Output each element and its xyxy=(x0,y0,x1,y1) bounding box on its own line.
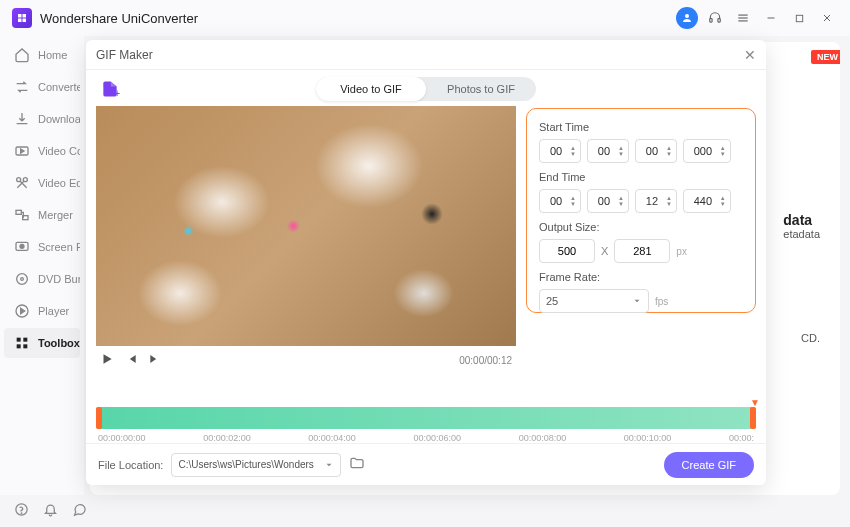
spin-down-icon[interactable]: ▼ xyxy=(666,201,672,207)
svg-rect-21 xyxy=(23,338,27,342)
output-size-label: Output Size: xyxy=(539,221,743,233)
sidebar-item-dvd-burner[interactable]: DVD Burner xyxy=(4,264,80,294)
spin-down-icon[interactable]: ▼ xyxy=(720,151,726,157)
spin-down-icon[interactable]: ▼ xyxy=(666,151,672,157)
play-time: 00:00/00:12 xyxy=(459,355,512,366)
open-folder-button[interactable] xyxy=(349,455,365,474)
preview-column: 00:00/00:12 xyxy=(96,106,516,403)
params-panel: Start Time ▲▼ ▲▼ ▲▼ ▲▼ End Time ▲▼ ▲▼ ▲▼… xyxy=(526,108,756,313)
svg-point-17 xyxy=(17,274,28,285)
tab-video-to-gif[interactable]: Video to GIF xyxy=(316,77,426,101)
sidebar-item-label: Converter xyxy=(38,81,80,93)
chevron-down-icon xyxy=(324,460,334,470)
video-preview[interactable] xyxy=(96,106,516,346)
sidebar-item-merger[interactable]: Merger xyxy=(4,200,80,230)
spin-down-icon[interactable]: ▼ xyxy=(570,201,576,207)
notification-icon[interactable] xyxy=(43,502,58,520)
timeline-ticks: 00:00:00:00 00:00:02:00 00:00:04:00 00:0… xyxy=(96,433,756,443)
timeline-track[interactable]: ▼ xyxy=(96,407,756,429)
start-minutes-input[interactable]: ▲▼ xyxy=(587,139,629,163)
end-hours-input[interactable]: ▲▼ xyxy=(539,189,581,213)
help-icon[interactable] xyxy=(14,502,29,520)
metadata-text: dataetadata xyxy=(783,212,820,240)
play-controls: 00:00/00:12 xyxy=(96,346,516,374)
output-height-input[interactable] xyxy=(614,239,670,263)
new-badge: NEW xyxy=(811,50,840,64)
add-file-button[interactable]: + xyxy=(96,76,124,102)
tick-label: 00:00: xyxy=(729,433,754,443)
end-minutes-input[interactable]: ▲▼ xyxy=(587,189,629,213)
svg-text:+: + xyxy=(114,88,120,99)
user-icon[interactable] xyxy=(676,7,698,29)
close-window-button[interactable] xyxy=(816,7,838,29)
svg-rect-7 xyxy=(796,15,802,21)
spin-down-icon[interactable]: ▼ xyxy=(618,151,624,157)
sidebar-item-converter[interactable]: Converter xyxy=(4,72,80,102)
sidebar-item-home[interactable]: Home xyxy=(4,40,80,70)
frame-rate-select[interactable]: 25 xyxy=(539,289,649,313)
sidebar-item-screen-recorder[interactable]: Screen Recorder xyxy=(4,232,80,262)
headset-icon[interactable] xyxy=(704,7,726,29)
statusbar xyxy=(0,495,850,527)
start-time-label: Start Time xyxy=(539,121,743,133)
output-unit: px xyxy=(676,246,687,257)
svg-rect-13 xyxy=(16,210,21,214)
tick-label: 00:00:00:00 xyxy=(98,433,146,443)
frame-rate-unit: fps xyxy=(655,296,668,307)
svg-point-18 xyxy=(21,278,24,281)
frame-rate-value: 25 xyxy=(546,295,632,307)
sidebar-item-label: Toolbox xyxy=(38,337,80,349)
file-location-label: File Location: xyxy=(98,459,163,471)
app-logo xyxy=(12,8,32,28)
timeline-start-handle[interactable] xyxy=(96,407,102,429)
maximize-button[interactable] xyxy=(788,7,810,29)
prev-frame-button[interactable] xyxy=(124,352,138,369)
end-ms-input[interactable]: ▲▼ xyxy=(683,189,731,213)
next-frame-button[interactable] xyxy=(148,352,162,369)
sidebar-item-player[interactable]: Player xyxy=(4,296,80,326)
start-ms-input[interactable]: ▲▼ xyxy=(683,139,731,163)
svg-rect-1 xyxy=(710,19,712,22)
tick-label: 00:00:02:00 xyxy=(203,433,251,443)
frame-rate-label: Frame Rate: xyxy=(539,271,743,283)
modal-header: GIF Maker ✕ xyxy=(86,40,766,70)
create-gif-button[interactable]: Create GIF xyxy=(664,452,754,478)
start-hours-input[interactable]: ▲▼ xyxy=(539,139,581,163)
sidebar-item-video-compressor[interactable]: Video Compressor xyxy=(4,136,80,166)
end-seconds-input[interactable]: ▲▼ xyxy=(635,189,677,213)
svg-point-0 xyxy=(685,14,689,18)
spin-down-icon[interactable]: ▼ xyxy=(618,201,624,207)
tab-photos-to-gif[interactable]: Photos to GIF xyxy=(426,77,536,101)
tick-label: 00:00:06:00 xyxy=(413,433,461,443)
start-seconds-input[interactable]: ▲▼ xyxy=(635,139,677,163)
cd-text: CD. xyxy=(801,332,820,344)
spin-down-icon[interactable]: ▼ xyxy=(720,201,726,207)
sidebar-item-video-editor[interactable]: Video Editor xyxy=(4,168,80,198)
spin-down-icon[interactable]: ▼ xyxy=(570,151,576,157)
gif-maker-modal: GIF Maker ✕ + Video to GIF Photos to GIF… xyxy=(86,40,766,485)
menu-icon[interactable] xyxy=(732,7,754,29)
minimize-button[interactable] xyxy=(760,7,782,29)
modal-close-button[interactable]: ✕ xyxy=(744,47,756,63)
file-location-select[interactable]: C:\Users\ws\Pictures\Wonders xyxy=(171,453,341,477)
svg-point-25 xyxy=(21,513,22,514)
sidebar-item-label: Player xyxy=(38,305,69,317)
play-button[interactable] xyxy=(100,352,114,369)
svg-point-16 xyxy=(20,244,24,248)
file-location-path: C:\Users\ws\Pictures\Wonders xyxy=(178,459,324,470)
tick-label: 00:00:10:00 xyxy=(624,433,672,443)
sidebar-item-label: DVD Burner xyxy=(38,273,80,285)
tab-segment: Video to GIF Photos to GIF xyxy=(316,77,536,101)
timeline-end-handle[interactable] xyxy=(750,407,756,429)
modal-footer: File Location: C:\Users\ws\Pictures\Wond… xyxy=(86,443,766,485)
svg-rect-2 xyxy=(718,19,720,22)
sidebar-item-downloader[interactable]: Downloader xyxy=(4,104,80,134)
output-width-input[interactable] xyxy=(539,239,595,263)
svg-rect-20 xyxy=(17,338,21,342)
end-time-label: End Time xyxy=(539,171,743,183)
sidebar-item-label: Video Editor xyxy=(38,177,80,189)
feedback-icon[interactable] xyxy=(72,502,87,520)
sidebar-item-toolbox[interactable]: Toolbox xyxy=(4,328,80,358)
svg-rect-22 xyxy=(17,344,21,348)
dimension-separator: X xyxy=(601,245,608,257)
